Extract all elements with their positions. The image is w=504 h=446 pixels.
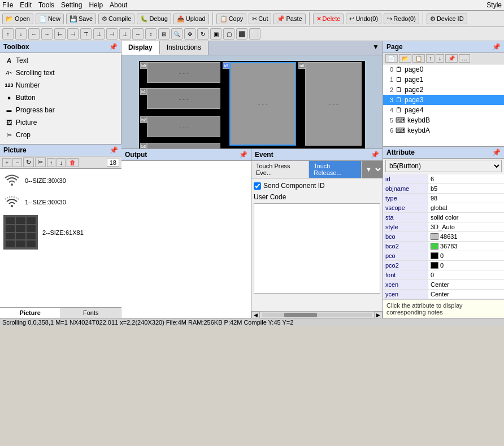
front-icon[interactable]: ⬛ [236, 28, 247, 40]
upload-button[interactable]: 📤 Upload [173, 14, 209, 24]
scroll-left-btn[interactable]: ◀ [251, 312, 260, 318]
tab-display[interactable]: Display [121, 41, 160, 55]
page-item-1[interactable]: 1 🗒 page1 [383, 75, 504, 85]
page-open-btn[interactable]: 📂 [399, 54, 411, 63]
event-scrollbar[interactable]: ◀ ▶ [251, 311, 383, 318]
menu-tools[interactable]: Tools [38, 1, 54, 9]
event-pin-icon[interactable]: 📌 [371, 151, 379, 159]
align-left-icon[interactable]: ⊢ [54, 28, 66, 40]
copy-button[interactable]: 📋 Copy [216, 14, 247, 24]
output-pin-icon[interactable]: 📌 [239, 151, 247, 159]
page-pin-icon[interactable]: 📌 [492, 43, 501, 51]
zoom-icon[interactable]: 🔍 [171, 28, 183, 40]
page-item-4[interactable]: 4 🗒 page4 [383, 105, 504, 115]
canvas-area[interactable]: b0 - - - b1 - - - b2 - - - [121, 55, 383, 148]
page-up-btn[interactable]: ↑ [426, 54, 435, 63]
move-icon[interactable]: ✥ [184, 28, 195, 40]
toolbox-item-picture[interactable]: 🖼 Picture [1, 116, 120, 129]
attr-row-type[interactable]: type 98 [383, 194, 504, 203]
pic-up-button[interactable]: ↑ [47, 158, 56, 167]
page-item-3[interactable]: 3 🗒 page3 [383, 95, 504, 105]
attr-row-bco2[interactable]: bco2 36783 [383, 242, 504, 251]
ungroup-icon[interactable]: ▢ [223, 28, 234, 40]
attr-row-objname[interactable]: objname b5 [383, 184, 504, 194]
paste-button[interactable]: 📌 Paste [273, 14, 305, 24]
align-top-icon[interactable]: ⊤ [80, 28, 92, 40]
toolbox-item-text[interactable]: A Text [1, 54, 120, 67]
page-paste-btn[interactable]: 📌 [445, 54, 458, 63]
tab-touch-release[interactable]: Touch Release... [309, 161, 362, 178]
attribute-select[interactable]: b5(Button) [385, 160, 502, 172]
align-center-h-icon[interactable]: ⊣ [67, 28, 79, 40]
tab-fonts[interactable]: Fonts [61, 308, 122, 318]
event-tab-dropdown[interactable]: ▼ [362, 161, 383, 178]
grid-icon[interactable]: ⊞ [158, 28, 170, 40]
canvas-element-b2[interactable]: - - - [147, 116, 220, 137]
tab-picture[interactable]: Picture [0, 308, 61, 318]
page-new-btn[interactable]: 📄 [385, 54, 398, 63]
page-item-6[interactable]: 6 ⌨ keybdA [383, 125, 504, 135]
picture-item-0[interactable]: 0--SIZE:30X30 [2, 171, 119, 190]
canvas-element-b1[interactable]: - - - [147, 88, 220, 109]
canvas-element-b3[interactable]: - - - [147, 143, 220, 148]
toolbox-item-scrolling-text[interactable]: A~ Scrolling text [1, 67, 120, 79]
attr-row-font[interactable]: font 0 [383, 270, 504, 280]
attr-row-pco2[interactable]: pco2 0 [383, 261, 504, 270]
resize-h-icon[interactable]: ↕ [145, 28, 157, 40]
delete-button[interactable]: ✕ Delete [313, 14, 344, 24]
page-item-5[interactable]: 5 ⌨ keybdB [383, 115, 504, 125]
canvas-element-b0[interactable]: - - - [147, 62, 220, 83]
toolbox-pin-icon[interactable]: 📌 [109, 43, 118, 51]
page-item-0[interactable]: 0 🗒 page0 [383, 64, 504, 75]
attribute-pin-icon[interactable]: 📌 [492, 148, 501, 156]
align-center-v-icon[interactable]: ⊥ [93, 28, 105, 40]
arrow-down-icon[interactable]: ↓ [15, 28, 27, 40]
scroll-right-btn[interactable]: ▶ [374, 312, 383, 318]
canvas-element-b5[interactable]: - - - [229, 62, 296, 146]
save-button[interactable]: 💾 Save [66, 14, 96, 24]
picture-item-1[interactable]: 1--SIZE:30X30 [2, 193, 119, 212]
toolbox-item-number[interactable]: 123 Number [1, 79, 120, 91]
menu-about[interactable]: About [110, 1, 127, 9]
rotate-icon[interactable]: ↻ [197, 28, 208, 40]
attr-row-vscope[interactable]: vscope global [383, 203, 504, 213]
pic-refresh-button[interactable]: ↻ [23, 158, 34, 167]
pic-delete-button[interactable]: 🗑 [67, 158, 79, 167]
redo-button[interactable]: ↪ Redo(0) [384, 14, 419, 24]
open-button[interactable]: 📂 Open [2, 14, 33, 24]
attr-row-pco[interactable]: pco 0 [383, 251, 504, 261]
attr-row-xcen[interactable]: xcen Center [383, 280, 504, 290]
arrow-right-icon[interactable]: → [41, 28, 53, 40]
picture-item-2[interactable]: 2--SIZE:61X81 [2, 214, 119, 251]
group-icon[interactable]: ▣ [210, 28, 221, 40]
pic-crop-button[interactable]: ✂ [35, 158, 46, 167]
align-bottom-icon[interactable]: ⊥ [119, 28, 131, 40]
picture-pin-icon[interactable]: 📌 [110, 146, 118, 154]
user-code-textarea[interactable] [254, 203, 380, 294]
device-id-button[interactable]: ⚙ Device ID [427, 14, 467, 24]
menu-file[interactable]: File [2, 1, 13, 9]
resize-w-icon[interactable]: ↔ [132, 28, 144, 40]
canvas-element-b6[interactable]: - - - [305, 62, 362, 146]
toolbox-item-crop[interactable]: ✂ Crop [1, 129, 120, 141]
menu-edit[interactable]: Edit [20, 1, 32, 9]
toolbox-item-progress-bar[interactable]: ▬ Progress bar [1, 104, 120, 116]
cut-button[interactable]: ✂ Cut [249, 14, 271, 24]
align-right-icon[interactable]: ⊣ [106, 28, 118, 40]
back-icon[interactable]: ⬜ [249, 28, 260, 40]
tab-touch-press[interactable]: Touch Press Eve... [251, 161, 309, 178]
canvas-dropdown-icon[interactable]: ▼ [369, 41, 383, 55]
menu-setting[interactable]: Setting [61, 1, 82, 9]
page-down-btn[interactable]: ↓ [436, 54, 444, 63]
pic-down-button[interactable]: ↓ [57, 158, 66, 167]
send-component-id-checkbox[interactable] [254, 182, 261, 190]
undo-button[interactable]: ↩ Undo(0) [346, 14, 381, 24]
attr-row-ycen[interactable]: ycen Center [383, 290, 504, 299]
attr-row-bco[interactable]: bco 48631 [383, 232, 504, 242]
new-button[interactable]: 📄 New [36, 14, 64, 24]
debug-button[interactable]: 🐛 Debug [137, 14, 171, 24]
tab-instructions[interactable]: Instructions [160, 41, 208, 55]
toolbox-item-button[interactable]: ● Button [1, 91, 120, 104]
page-copy-btn[interactable]: 📋 [412, 54, 425, 63]
design-canvas[interactable]: b0 - - - b1 - - - b2 - - - [139, 61, 365, 148]
